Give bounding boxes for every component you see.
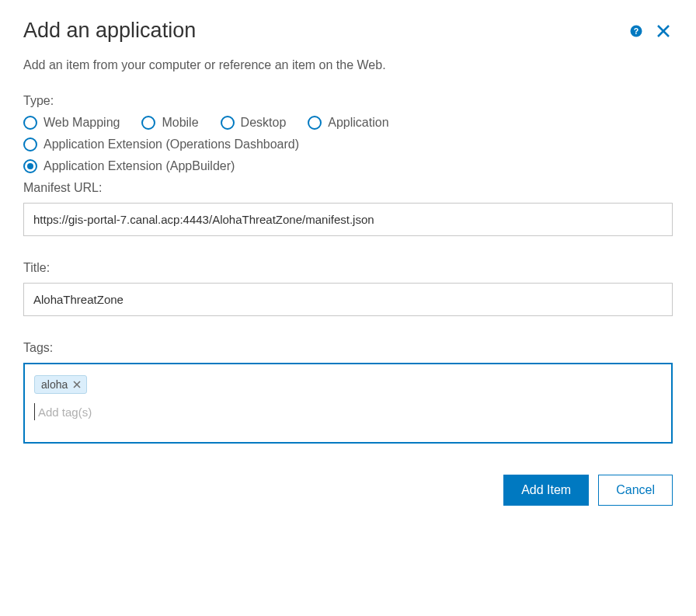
dialog-subtitle: Add an item from your computer or refere…: [23, 58, 673, 72]
radio-label: Application: [328, 116, 388, 130]
title-input[interactable]: [23, 283, 673, 316]
radio-desktop[interactable]: Desktop: [221, 116, 287, 130]
radio-label: Application Extension (Operations Dashbo…: [44, 137, 299, 151]
tag-chip: aloha: [34, 375, 87, 394]
add-item-button[interactable]: Add Item: [503, 475, 589, 506]
close-icon[interactable]: [654, 22, 673, 40]
radio-web-mapping[interactable]: Web Mapping: [23, 116, 120, 130]
tags-input-container[interactable]: aloha: [23, 363, 673, 444]
radio-icon: [221, 116, 235, 130]
cancel-button[interactable]: Cancel: [598, 475, 673, 506]
manifest-url-input[interactable]: [23, 203, 673, 236]
radio-label: Web Mapping: [44, 116, 120, 130]
radio-label: Application Extension (AppBuilder): [44, 159, 235, 173]
radio-icon: [23, 137, 37, 151]
dialog-footer: Add Item Cancel: [23, 475, 673, 506]
radio-extension-ops-dashboard[interactable]: Application Extension (Operations Dashbo…: [23, 137, 299, 151]
tags-label: Tags:: [23, 341, 673, 355]
header-icon-group: ?: [629, 22, 673, 40]
radio-extension-appbuilder[interactable]: Application Extension (AppBuilder): [23, 159, 235, 173]
help-icon[interactable]: ?: [629, 24, 643, 38]
svg-text:?: ?: [634, 26, 639, 35]
tag-remove-icon[interactable]: [72, 380, 82, 389]
tag-text: aloha: [41, 378, 68, 391]
radio-icon: [308, 116, 322, 130]
tags-text-input[interactable]: [35, 405, 662, 419]
radio-icon: [23, 159, 37, 173]
type-radio-group: Web Mapping Mobile Desktop Application A…: [23, 116, 673, 173]
radio-label: Desktop: [241, 116, 287, 130]
manifest-url-label: Manifest URL:: [23, 181, 673, 195]
type-label: Type:: [23, 94, 673, 108]
radio-label: Mobile: [162, 116, 198, 130]
radio-icon: [23, 116, 37, 130]
dialog-title: Add an application: [23, 19, 196, 43]
title-field-label: Title:: [23, 261, 673, 275]
radio-mobile[interactable]: Mobile: [141, 116, 198, 130]
radio-application[interactable]: Application: [308, 116, 388, 130]
radio-icon: [141, 116, 155, 130]
